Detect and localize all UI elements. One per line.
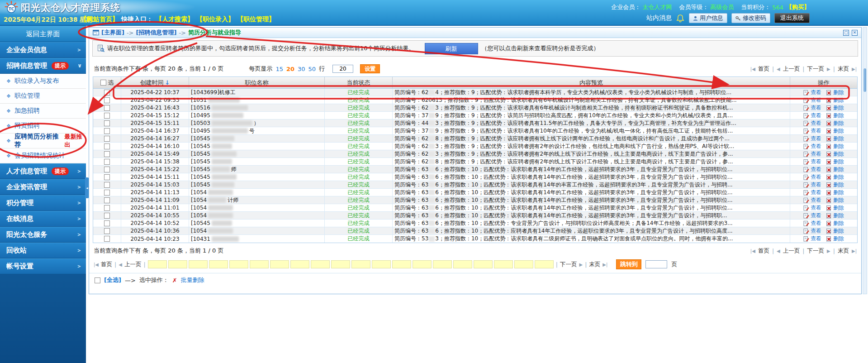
last-page-link[interactable]: 末页 bbox=[838, 65, 849, 73]
refresh-button[interactable]: 刷新 bbox=[425, 43, 478, 54]
row-checkbox[interactable] bbox=[104, 205, 110, 211]
row-checkbox[interactable] bbox=[104, 174, 110, 180]
sidebar-group-member-info[interactable]: 企业会员信息＞ bbox=[0, 42, 86, 58]
row-checkbox[interactable] bbox=[104, 182, 110, 188]
delete-link[interactable]: 删除 bbox=[826, 135, 844, 142]
select-all-bottom-checkbox[interactable] bbox=[95, 277, 100, 283]
sidebar-group-account-settings[interactable]: 帐号设置＞ bbox=[0, 258, 86, 274]
row-checkbox[interactable] bbox=[104, 113, 110, 119]
delete-link[interactable]: 删除 bbox=[826, 235, 844, 243]
time-header[interactable]: 创建时间↓ bbox=[121, 77, 189, 88]
delete-link[interactable]: 删除 bbox=[826, 204, 844, 211]
view-link[interactable]: 查看 bbox=[803, 89, 821, 96]
view-link[interactable]: 查看 bbox=[803, 104, 821, 111]
next-page-link[interactable]: 下一页 bbox=[807, 247, 825, 255]
row-checkbox[interactable] bbox=[104, 190, 110, 196]
delete-link[interactable]: 删除 bbox=[826, 212, 844, 219]
view-link[interactable]: 查看 bbox=[803, 196, 821, 204]
page-number-box[interactable] bbox=[392, 260, 411, 268]
select-all-checkbox[interactable] bbox=[100, 80, 106, 86]
row-checkbox[interactable] bbox=[104, 97, 110, 103]
sidebar-group-points-mgmt[interactable]: 积分管理＞ bbox=[0, 195, 86, 211]
row-checkbox[interactable] bbox=[104, 167, 110, 172]
sidebar-group-company-news-mgmt[interactable]: 企业资讯管理＞ bbox=[0, 179, 86, 195]
page-number-box[interactable] bbox=[209, 260, 228, 268]
delete-link[interactable]: 删除 bbox=[826, 143, 844, 150]
batch-delete-link[interactable]: 批量删除 bbox=[181, 276, 204, 284]
first-page-link[interactable]: 首页 bbox=[758, 65, 769, 73]
scrollbar-thumb[interactable] bbox=[863, 68, 866, 92]
page-number-box[interactable] bbox=[433, 260, 452, 268]
vertical-scrollbar[interactable] bbox=[863, 27, 867, 294]
view-link[interactable]: 查看 bbox=[803, 181, 821, 188]
page-number-box[interactable] bbox=[514, 260, 533, 268]
view-link[interactable]: 查看 bbox=[803, 96, 821, 104]
row-checkbox[interactable] bbox=[104, 143, 110, 149]
sidebar-item-resume-analysis-recommend[interactable]: ❖应聘简历分析推荐最新推出 bbox=[0, 134, 86, 148]
nav-job-mgmt[interactable]: 【职位管理】 bbox=[237, 15, 275, 24]
per-page-20[interactable]: 20 bbox=[286, 66, 294, 72]
prev-page-link[interactable]: 上一页 bbox=[783, 247, 800, 255]
breadcrumb-recruit-mgmt[interactable]: [招聘信息管理] bbox=[136, 29, 176, 37]
view-link[interactable]: 查看 bbox=[803, 235, 821, 243]
page-number-box[interactable] bbox=[311, 260, 330, 268]
row-checkbox[interactable] bbox=[104, 151, 110, 157]
delete-link[interactable]: 删除 bbox=[826, 112, 844, 119]
page-number-box[interactable] bbox=[290, 260, 309, 268]
first-page-link[interactable]: 首页 bbox=[101, 261, 112, 268]
nav-site-home[interactable]: 【网站首页】 bbox=[81, 15, 119, 24]
per-page-50[interactable]: 50 bbox=[308, 66, 316, 72]
page-number-box[interactable] bbox=[474, 260, 493, 268]
per-page-input[interactable] bbox=[332, 65, 353, 73]
sidebar-group-talent-info-mgmt[interactable]: 人才信息管理提示＞ bbox=[0, 163, 86, 179]
page-number-box[interactable] bbox=[168, 260, 187, 268]
select-all-link[interactable]: [全选] bbox=[104, 276, 121, 284]
prev-page-link[interactable]: 上一页 bbox=[783, 65, 800, 73]
page-number-box[interactable] bbox=[535, 260, 554, 268]
row-checkbox[interactable] bbox=[104, 90, 110, 96]
row-checkbox[interactable] bbox=[104, 136, 110, 142]
view-link[interactable]: 查看 bbox=[803, 204, 821, 211]
sidebar-group-recruit-info-mgmt[interactable]: 招聘信息管理提示∨ bbox=[0, 58, 86, 74]
sidebar-item-urgent-recruit[interactable]: ❖加急招聘 bbox=[0, 104, 86, 119]
close-icon[interactable]: ✕ bbox=[852, 30, 858, 36]
row-checkbox[interactable] bbox=[104, 197, 110, 203]
jump-page-input[interactable] bbox=[645, 260, 667, 268]
delete-link[interactable]: 删除 bbox=[826, 150, 844, 158]
restore-icon[interactable]: ▢ bbox=[843, 30, 849, 36]
view-link[interactable]: 查看 bbox=[803, 166, 821, 173]
buy-points-link[interactable]: 【购买】 bbox=[786, 3, 810, 11]
row-checkbox[interactable] bbox=[104, 105, 110, 111]
delete-link[interactable]: 删除 bbox=[826, 158, 844, 165]
view-link[interactable]: 查看 bbox=[803, 220, 821, 227]
logout-button[interactable]: 退出系统 bbox=[774, 13, 810, 23]
delete-link[interactable]: 删除 bbox=[826, 181, 844, 188]
page-number-box[interactable] bbox=[189, 260, 208, 268]
row-checkbox[interactable] bbox=[104, 220, 110, 226]
sidebar-group-online-messages[interactable]: 在线消息＞ bbox=[0, 211, 86, 227]
last-page-link[interactable]: 末页 bbox=[838, 247, 849, 255]
delete-link[interactable]: 删除 bbox=[826, 104, 844, 111]
user-info-button[interactable]: 用户信息 bbox=[689, 13, 727, 23]
page-number-box[interactable] bbox=[331, 260, 350, 268]
nav-talent-search[interactable]: 【人才搜索】 bbox=[156, 15, 194, 24]
nav-job-entry[interactable]: 【职位录入】 bbox=[196, 15, 234, 24]
page-number-box[interactable] bbox=[413, 260, 432, 268]
page-number-box[interactable] bbox=[372, 260, 391, 268]
row-checkbox[interactable] bbox=[104, 228, 110, 234]
delete-link[interactable]: 删除 bbox=[826, 119, 844, 127]
view-link[interactable]: 查看 bbox=[803, 212, 821, 219]
delete-link[interactable]: 删除 bbox=[826, 96, 844, 104]
page-number-box[interactable] bbox=[148, 260, 167, 268]
view-link[interactable]: 查看 bbox=[803, 119, 821, 127]
delete-link[interactable]: 删除 bbox=[826, 220, 844, 227]
delete-link[interactable]: 删除 bbox=[826, 189, 844, 196]
last-page-link[interactable]: 末页 bbox=[589, 261, 600, 268]
row-checkbox[interactable] bbox=[104, 128, 110, 134]
page-number-box[interactable] bbox=[351, 260, 370, 268]
view-link[interactable]: 查看 bbox=[803, 127, 821, 134]
delete-link[interactable]: 删除 bbox=[826, 89, 844, 96]
view-link[interactable]: 查看 bbox=[803, 143, 821, 150]
delete-link[interactable]: 删除 bbox=[826, 166, 844, 173]
sidebar-return-home[interactable]: 返回主界面 bbox=[0, 26, 86, 42]
